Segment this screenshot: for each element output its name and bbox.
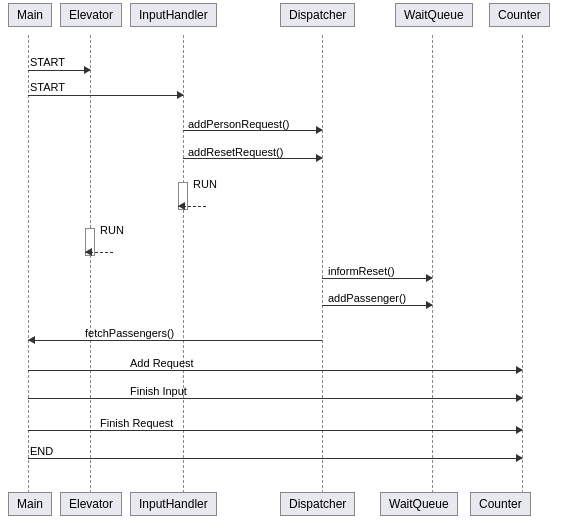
lifeline-waitqueue (432, 35, 433, 493)
arrow-start-2 (28, 95, 183, 96)
arrowhead-addrequest (516, 366, 523, 374)
arrowhead-addpassenger (426, 301, 433, 309)
actor-counter-bottom: Counter (470, 492, 531, 516)
arrow-addrequest (28, 370, 522, 371)
actor-main-top: Main (8, 3, 52, 27)
label-run-elevator: RUN (100, 224, 124, 236)
arrow-fetchpassengers (28, 340, 322, 341)
actor-elevator-bottom: Elevator (60, 492, 122, 516)
arrow-informreset (322, 278, 432, 279)
actor-elevator-top: Elevator (60, 3, 122, 27)
arrow-finishrequest (28, 430, 522, 431)
arrowhead-addperson (316, 126, 323, 134)
label-finishinput: Finish Input (130, 385, 187, 397)
arrow-addperson (183, 130, 322, 131)
label-addperson: addPersonRequest() (188, 118, 290, 130)
actor-dispatcher-bottom: Dispatcher (280, 492, 355, 516)
label-start-2: START (30, 81, 65, 93)
arrow-addreset (183, 158, 322, 159)
sequence-diagram: Main Elevator InputHandler Dispatcher Wa… (0, 0, 561, 528)
lifeline-counter (522, 35, 523, 493)
actor-inputhandler-bottom: InputHandler (130, 492, 217, 516)
label-finishrequest: Finish Request (100, 417, 173, 429)
actor-dispatcher-top: Dispatcher (280, 3, 355, 27)
arrowhead-run-return-el (85, 248, 92, 256)
actor-waitqueue-bottom: WaitQueue (380, 492, 458, 516)
label-addpassenger: addPassenger() (328, 292, 406, 304)
label-fetchpassengers: fetchPassengers() (85, 327, 174, 339)
arrowhead-end (516, 454, 523, 462)
arrowhead-start-2 (177, 91, 184, 99)
label-addrequest: Add Request (130, 357, 194, 369)
actor-main-bottom: Main (8, 492, 52, 516)
lifeline-main (28, 35, 29, 493)
arrowhead-start-1 (84, 66, 91, 74)
arrowhead-addreset (316, 154, 323, 162)
label-informreset: informReset() (328, 265, 395, 277)
lifeline-inputhandler (183, 35, 184, 493)
arrowhead-finishinput (516, 394, 523, 402)
arrow-addpassenger (322, 305, 432, 306)
actor-waitqueue-top: WaitQueue (395, 3, 473, 27)
label-start-1: START (30, 56, 65, 68)
arrowhead-run-return-ih (178, 202, 185, 210)
actor-counter-top: Counter (489, 3, 550, 27)
actor-inputhandler-top: InputHandler (130, 3, 217, 27)
label-end: END (30, 445, 53, 457)
lifeline-elevator (90, 35, 91, 493)
arrowhead-informreset (426, 274, 433, 282)
arrow-end (28, 458, 522, 459)
arrow-finishinput (28, 398, 522, 399)
arrowhead-fetchpassengers (28, 336, 35, 344)
arrow-start-1 (28, 70, 90, 71)
label-run-inputhandler: RUN (193, 178, 217, 190)
lifeline-dispatcher (322, 35, 323, 493)
label-addreset: addResetRequest() (188, 146, 283, 158)
arrowhead-finishrequest (516, 426, 523, 434)
